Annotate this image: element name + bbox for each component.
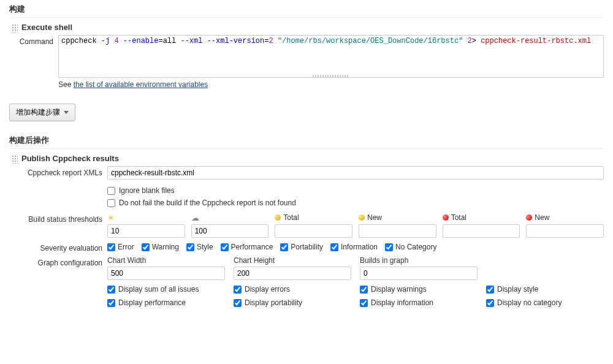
publish-cppcheck-title: Publish Cppcheck results xyxy=(21,154,119,163)
disp-information-checkbox[interactable] xyxy=(360,299,368,307)
red-dot-icon xyxy=(526,214,532,221)
builds-in-graph-input[interactable] xyxy=(360,267,478,280)
red-dot-icon xyxy=(443,214,449,221)
command-textarea[interactable]: cppcheck -j 4 --enable=all --xml --xml-v… xyxy=(58,35,604,78)
ignore-blank-label: Ignore blank files xyxy=(119,186,175,195)
sev-style-checkbox[interactable] xyxy=(186,243,194,251)
threshold-ynew-input[interactable] xyxy=(359,224,436,238)
drag-handle-icon[interactable] xyxy=(12,24,18,32)
resize-grip-icon[interactable] xyxy=(313,75,349,77)
no-fail-checkbox[interactable] xyxy=(107,199,115,207)
chart-height-input[interactable] xyxy=(234,267,351,280)
drag-handle-icon[interactable] xyxy=(12,155,18,164)
sev-portability-checkbox[interactable] xyxy=(280,243,288,251)
sev-performance-checkbox[interactable] xyxy=(221,243,229,251)
cloud-icon: ☁ xyxy=(191,213,199,222)
sev-warning-checkbox[interactable] xyxy=(142,243,150,251)
env-vars-link[interactable]: the list of available environment variab… xyxy=(74,80,208,89)
threshold-ytotal-input[interactable] xyxy=(275,224,352,238)
severity-label: Severity evaluation xyxy=(9,241,107,252)
sev-nocat-checkbox[interactable] xyxy=(385,243,393,251)
execute-shell-title: Execute shell xyxy=(21,23,72,32)
yellow-dot-icon xyxy=(275,214,281,221)
sun-icon: ☀ xyxy=(107,213,115,222)
thresholds-label: Build status thresholds xyxy=(9,213,107,224)
yellow-dot-icon xyxy=(359,214,365,221)
disp-performance-checkbox[interactable] xyxy=(107,299,115,307)
threshold-sunny-input[interactable] xyxy=(107,224,185,238)
threshold-cloudy-input[interactable] xyxy=(191,224,269,238)
chart-width-label: Chart Width xyxy=(107,256,225,265)
threshold-rtotal-input[interactable] xyxy=(443,224,520,238)
disp-nocat-checkbox[interactable] xyxy=(486,299,494,307)
threshold-rnew-input[interactable] xyxy=(526,224,604,238)
xml-label: Cppcheck report XMLs xyxy=(9,166,107,177)
post-build-section-title: 构建后操作 xyxy=(9,131,604,149)
disp-portability-checkbox[interactable] xyxy=(234,299,242,307)
chevron-down-icon xyxy=(64,111,69,114)
disp-style-checkbox[interactable] xyxy=(486,286,494,294)
builds-in-graph-label: Builds in graph xyxy=(360,256,478,265)
cppcheck-xml-input[interactable] xyxy=(107,166,604,180)
disp-warnings-checkbox[interactable] xyxy=(360,286,368,294)
disp-sum-checkbox[interactable] xyxy=(107,286,115,294)
chart-width-input[interactable] xyxy=(107,267,225,280)
disp-errors-checkbox[interactable] xyxy=(234,286,242,294)
graph-config-label: Graph configuration xyxy=(9,256,107,267)
build-section-title: 构建 xyxy=(9,0,604,18)
add-build-step-button[interactable]: 增加构建步骤 xyxy=(9,104,75,121)
command-label: Command xyxy=(12,35,58,46)
ignore-blank-checkbox[interactable] xyxy=(107,187,115,195)
no-fail-label: Do not fail the build if the Cppcheck re… xyxy=(119,199,296,207)
sev-information-checkbox[interactable] xyxy=(330,243,338,251)
sev-error-checkbox[interactable] xyxy=(107,243,115,251)
help-text: See the list of available environment va… xyxy=(58,80,604,89)
chart-height-label: Chart Height xyxy=(234,256,351,265)
